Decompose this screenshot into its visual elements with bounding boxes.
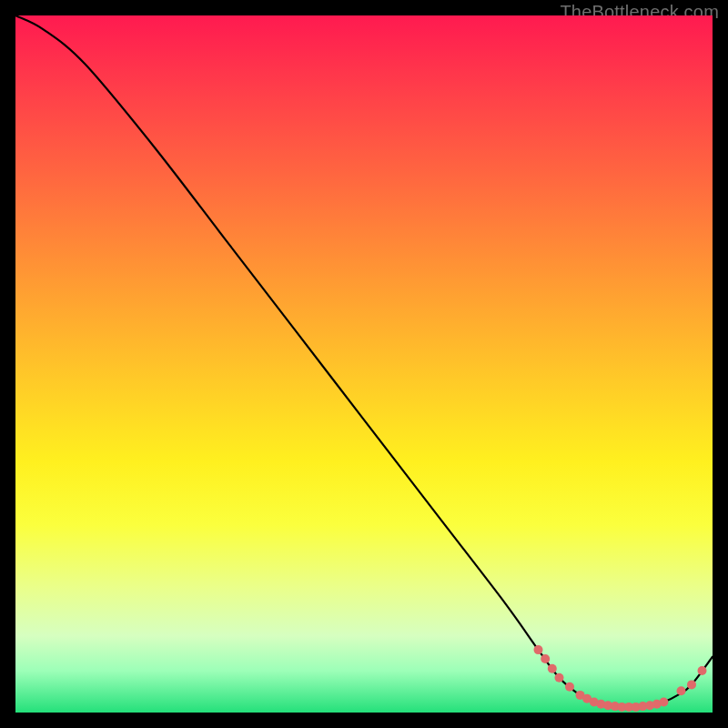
curve-marker xyxy=(565,682,574,692)
chart-stage: TheBottleneck.com xyxy=(0,0,728,728)
curve-marker xyxy=(548,664,557,673)
curve-marker xyxy=(555,673,564,682)
curve-marker xyxy=(541,654,550,663)
curve-marker xyxy=(698,666,707,675)
curve-marker xyxy=(659,698,668,707)
chart-svg xyxy=(15,15,713,713)
bottleneck-curve-path xyxy=(15,15,713,707)
chart-plot-area xyxy=(15,15,713,713)
curve-marker xyxy=(534,645,543,654)
marker-group xyxy=(534,645,707,712)
curve-marker xyxy=(687,680,696,689)
curve-marker xyxy=(677,686,686,695)
